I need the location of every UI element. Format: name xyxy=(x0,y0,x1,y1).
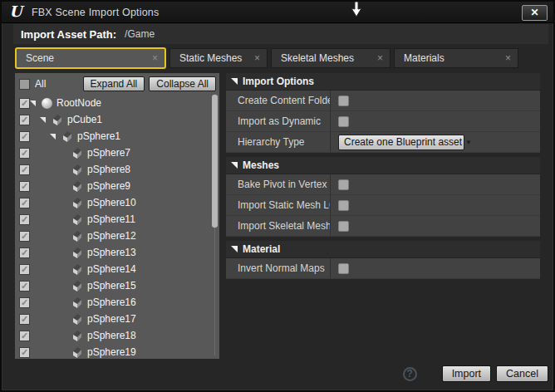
title-bar[interactable]: U FBX Scene Import Options ✕ xyxy=(2,2,553,23)
footer-bar: ? Import Cancel xyxy=(403,359,548,389)
import-button[interactable]: Import xyxy=(442,365,491,382)
tree-row-psphere17[interactable]: ✓pSphere17 xyxy=(15,311,211,327)
check-icon: ✓ xyxy=(21,149,28,158)
tree-row-psphere10[interactable]: ✓pSphere10 xyxy=(15,194,211,211)
expand-all-button[interactable]: Expand All xyxy=(83,76,145,91)
tree-checkbox[interactable]: ✓ xyxy=(19,98,30,109)
tree-row-psphere11[interactable]: ✓pSphere11 xyxy=(15,211,211,228)
property-row: Import Static Mesh LODs xyxy=(226,195,540,216)
bake-pivot-in-vertex-checkbox[interactable] xyxy=(338,179,349,190)
tree-checkbox[interactable]: ✓ xyxy=(19,264,30,275)
tree-checkbox[interactable]: ✓ xyxy=(19,115,30,125)
node-icon xyxy=(71,263,83,275)
check-icon: ✓ xyxy=(21,331,28,341)
check-icon: ✓ xyxy=(21,182,28,191)
invert-normal-maps-checkbox[interactable] xyxy=(338,263,349,274)
node-icon xyxy=(71,230,83,242)
property-value xyxy=(331,91,349,110)
property-label: Import as Dynamic xyxy=(226,111,331,131)
fbx-scene-import-dialog: U FBX Scene Import Options ✕ Import Asse… xyxy=(0,0,555,392)
tree-checkbox[interactable]: ✓ xyxy=(19,214,30,225)
tab-label: Static Meshes xyxy=(179,52,242,64)
section-header[interactable]: Meshes xyxy=(226,157,540,174)
expander-icon xyxy=(231,78,238,85)
tree-checkbox[interactable]: ✓ xyxy=(19,131,30,142)
tree-item-label: pCube1 xyxy=(67,114,102,125)
expander-icon[interactable] xyxy=(30,100,42,106)
tree-row-psphere9[interactable]: ✓pSphere9 xyxy=(15,178,211,194)
tree-row-psphere14[interactable]: ✓pSphere14 xyxy=(15,261,211,277)
tree-row-psphere16[interactable]: ✓pSphere16 xyxy=(15,294,211,311)
import-static-mesh-lods-checkbox[interactable] xyxy=(338,200,349,211)
tree-checkbox[interactable]: ✓ xyxy=(19,164,30,175)
create-content-folder-checkbox[interactable] xyxy=(338,96,349,106)
tree-checkbox[interactable]: ✓ xyxy=(19,148,30,159)
tab-materials[interactable]: Materials× xyxy=(394,48,518,68)
tree-checkbox[interactable]: ✓ xyxy=(19,181,30,192)
property-value: Create one Blueprint asset▼ xyxy=(331,132,464,152)
tree-checkbox[interactable]: ✓ xyxy=(19,231,30,242)
import-skeletal-mesh-lods-checkbox[interactable] xyxy=(338,221,349,232)
tree-item-label: pSphere1 xyxy=(77,130,120,142)
check-icon: ✓ xyxy=(21,282,28,291)
node-icon xyxy=(71,197,83,208)
section-header[interactable]: Material xyxy=(226,241,540,258)
import-as-dynamic-checkbox[interactable] xyxy=(338,116,349,127)
check-icon: ✓ xyxy=(21,348,28,357)
tree-row-psphere7[interactable]: ✓pSphere7 xyxy=(15,145,211,161)
select-all-label: All xyxy=(35,78,46,90)
chevron-down-icon: ▼ xyxy=(465,139,472,146)
collapse-all-button[interactable]: Collapse All xyxy=(149,76,216,91)
check-icon: ✓ xyxy=(21,165,28,174)
tab-static-meshes[interactable]: Static Meshes× xyxy=(169,48,268,68)
tree-row-pcube1[interactable]: ✓pCube1 xyxy=(15,111,211,128)
check-icon: ✓ xyxy=(21,298,28,307)
tree-row-psphere13[interactable]: ✓pSphere13 xyxy=(15,244,211,261)
hierarchy-type-dropdown[interactable]: Create one Blueprint asset▼ xyxy=(338,135,464,150)
property-row: Import as Dynamic xyxy=(226,111,540,132)
select-all-checkbox[interactable] xyxy=(19,79,30,90)
help-icon[interactable]: ? xyxy=(403,367,417,381)
tab-close-icon[interactable]: × xyxy=(505,53,511,63)
property-value xyxy=(331,195,349,215)
tree-item-label: pSphere14 xyxy=(87,263,136,275)
import-asset-path-value[interactable]: /Game xyxy=(125,28,155,40)
tree-checkbox[interactable]: ✓ xyxy=(19,247,30,258)
tree-row-psphere8[interactable]: ✓pSphere8 xyxy=(15,161,211,178)
tab-skeletal-meshes[interactable]: Skeletal Meshes× xyxy=(271,48,390,68)
property-label: Bake Pivot in Vertex xyxy=(226,174,331,194)
tab-close-icon[interactable]: × xyxy=(254,53,260,63)
cancel-button[interactable]: Cancel xyxy=(496,365,548,382)
expander-icon[interactable] xyxy=(50,134,61,140)
tree-row-psphere15[interactable]: ✓pSphere15 xyxy=(15,277,211,294)
tree-row-rootnode[interactable]: ✓RootNode xyxy=(15,95,211,111)
node-icon xyxy=(71,147,83,159)
section-header[interactable]: Import Options xyxy=(226,73,540,91)
tree-scrollbar-thumb[interactable] xyxy=(212,95,218,228)
tab-bar: Scene×Static Meshes×Skeletal Meshes×Mate… xyxy=(15,48,548,71)
tab-close-icon[interactable]: × xyxy=(152,53,158,63)
tree-row-psphere19[interactable]: ✓pSphere19 xyxy=(15,344,211,359)
tree-checkbox[interactable]: ✓ xyxy=(19,331,30,341)
tree-checkbox[interactable]: ✓ xyxy=(19,314,30,325)
node-icon xyxy=(71,330,83,341)
expander-icon[interactable] xyxy=(40,117,52,123)
expander-icon xyxy=(231,246,238,252)
window-close-button[interactable]: ✕ xyxy=(522,5,548,21)
tab-close-icon[interactable]: × xyxy=(377,53,383,63)
property-value xyxy=(331,111,349,131)
tree-checkbox[interactable]: ✓ xyxy=(19,347,30,358)
section-import-options: Import OptionsCreate Content FolderImpor… xyxy=(226,73,540,153)
tree-checkbox[interactable]: ✓ xyxy=(19,198,30,208)
import-asset-path-label: Import Asset Path: xyxy=(21,28,116,41)
tree-checkbox[interactable]: ✓ xyxy=(19,281,30,292)
property-row: Import Skeletal Mesh LODs xyxy=(226,216,540,237)
tree-row-psphere12[interactable]: ✓pSphere12 xyxy=(15,228,211,244)
tree-item-label: pSphere11 xyxy=(87,213,135,225)
tree-item-label: pSphere18 xyxy=(87,330,136,341)
tree-row-psphere1[interactable]: ✓pSphere1 xyxy=(15,128,211,145)
node-icon xyxy=(71,247,83,258)
tree-row-psphere18[interactable]: ✓pSphere18 xyxy=(15,327,211,344)
tab-scene[interactable]: Scene× xyxy=(15,47,166,69)
tree-checkbox[interactable]: ✓ xyxy=(19,297,30,308)
